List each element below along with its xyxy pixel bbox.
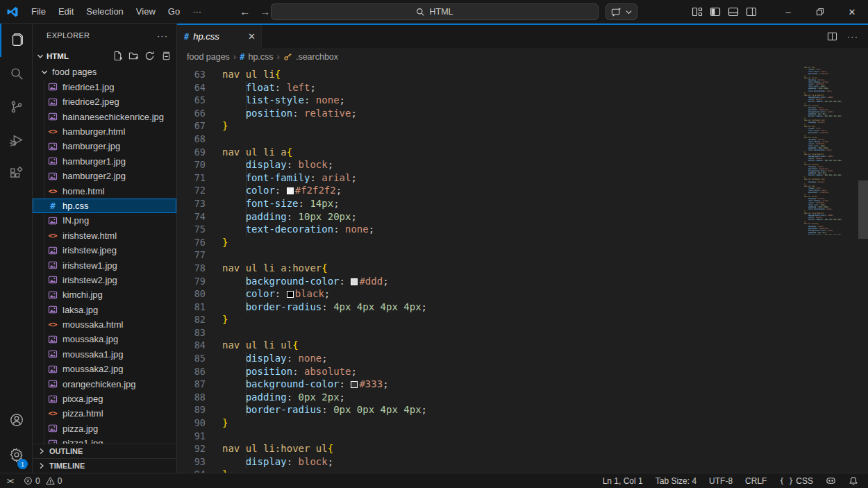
outline-section[interactable]: OUTLINE — [33, 444, 176, 458]
problems-indicator[interactable]: 0 0 — [24, 476, 62, 486]
nav-forward-button[interactable]: → — [260, 6, 270, 17]
code-line-94[interactable]: 94} — [177, 468, 868, 473]
code-line-70[interactable]: 70display: block; — [177, 158, 868, 171]
file-row-kimchi-jpg[interactable]: kimchi.jpg — [33, 287, 176, 302]
code-line-79[interactable]: 79background-color: #ddd; — [177, 275, 868, 288]
code-line-69[interactable]: 69nav ul li a{ — [177, 146, 868, 159]
code-line-80[interactable]: 80color: black; — [177, 287, 868, 301]
file-row-hainanesechickenrice-jpg[interactable]: hainanesechickenrice.jpg — [33, 109, 176, 124]
editor-scrollbar[interactable] — [858, 65, 868, 473]
menu-view[interactable]: View — [130, 3, 162, 20]
file-row-pizza1-jpg[interactable]: pizza1.jpg — [33, 436, 176, 444]
code-line-76[interactable]: 76} — [177, 236, 868, 249]
explorer-section-html[interactable]: HTML — [33, 48, 176, 65]
code-editor[interactable]: 63nav ul li{64float: left;65list-style: … — [177, 65, 868, 473]
code-line-92[interactable]: 92nav ul li:hover ul{ — [177, 442, 868, 455]
code-line-89[interactable]: 89border-radius: 0px 0px 4px 4px; — [177, 403, 868, 417]
file-row-hamburger-jpg[interactable]: hamburger.jpg — [33, 139, 176, 153]
timeline-section[interactable]: TIMELINE — [33, 458, 176, 473]
tab-size-indicator[interactable]: Tab Size: 4 — [656, 476, 696, 486]
tab-hp-css[interactable]: # hp.css ✕ — [177, 25, 262, 48]
eol-indicator[interactable]: CRLF — [745, 476, 767, 486]
tab-close-icon[interactable]: ✕ — [248, 31, 256, 42]
code-line-75[interactable]: 75text-decoration: none; — [177, 223, 868, 236]
code-line-87[interactable]: 87background-color: #333; — [177, 378, 868, 391]
minimap[interactable]: nav ul li{ float: left; list-style: none… — [804, 67, 858, 235]
toggle-panel-icon[interactable] — [728, 6, 739, 17]
restore-button[interactable] — [804, 0, 836, 24]
code-line-86[interactable]: 86position: absolute; — [177, 365, 868, 378]
breadcrumb-file[interactable]: hp.css — [248, 52, 273, 62]
editor-more-actions[interactable]: ··· — [847, 31, 858, 42]
explorer-activity-icon[interactable] — [0, 24, 32, 57]
code-line-77[interactable]: 77 — [177, 249, 868, 262]
code-line-67[interactable]: 67} — [177, 119, 868, 133]
file-row-hamburger1-jpg[interactable]: hamburger1.jpg — [33, 154, 176, 169]
copilot-button[interactable] — [606, 3, 637, 20]
code-line-90[interactable]: 90} — [177, 417, 868, 430]
folder-food-pages[interactable]: food pages — [33, 65, 176, 80]
menu-edit[interactable]: Edit — [52, 3, 80, 20]
color-swatch[interactable] — [287, 187, 294, 194]
file-row-irishstew-html[interactable]: <>irishstew.html — [33, 228, 176, 243]
menu-go[interactable]: Go — [162, 3, 186, 20]
code-line-78[interactable]: 78nav ul li a:hover{ — [177, 262, 868, 275]
code-line-66[interactable]: 66position: relative; — [177, 107, 868, 120]
menu-[interactable]: ··· — [186, 3, 208, 20]
code-line-85[interactable]: 85display: none; — [177, 352, 868, 365]
file-row-hamburger-html[interactable]: <>hamburger.html — [33, 124, 176, 139]
code-line-65[interactable]: 65list-style: none; — [177, 94, 868, 107]
code-line-93[interactable]: 93display: block; — [177, 455, 868, 469]
settings-gear-icon[interactable]: 1 — [0, 437, 32, 473]
color-swatch[interactable] — [351, 278, 358, 285]
command-center-search[interactable]: HTML — [271, 3, 599, 20]
file-row-pizza-html[interactable]: <>pizza.html — [33, 406, 176, 421]
file-row-hamburger2-jpg[interactable]: hamburger2.jpg — [33, 169, 176, 183]
code-line-91[interactable]: 91 — [177, 430, 868, 443]
customize-layout-icon[interactable] — [692, 6, 703, 17]
file-row-irishstew-jpeg[interactable]: irishstew.jpeg — [33, 243, 176, 258]
encoding-indicator[interactable]: UTF-8 — [709, 476, 733, 486]
file-row-moussaka-jpg[interactable]: moussaka.jpg — [33, 332, 176, 346]
new-file-icon[interactable] — [112, 51, 123, 61]
account-icon[interactable] — [0, 403, 32, 437]
file-row-IN-png[interactable]: IN.png — [33, 213, 176, 228]
minimize-button[interactable]: – — [772, 0, 804, 24]
file-row-pixxa-jpeg[interactable]: pixxa.jpeg — [33, 392, 176, 406]
breadcrumb-symbol[interactable]: .searchbox — [296, 52, 338, 62]
source-control-activity-icon[interactable] — [0, 90, 32, 124]
file-row-moussaka1-jpg[interactable]: moussaka1.jpg — [33, 347, 176, 362]
breadcrumb-folder[interactable]: food pages — [187, 52, 230, 62]
new-folder-icon[interactable] — [128, 51, 139, 61]
file-row-moussaka2-jpg[interactable]: moussaka2.jpg — [33, 362, 176, 376]
notifications-bell-icon[interactable] — [849, 476, 858, 486]
toggle-secondary-sidebar-icon[interactable] — [746, 6, 757, 17]
nav-back-button[interactable]: ← — [240, 6, 250, 17]
collapse-all-icon[interactable] — [160, 51, 171, 61]
code-line-84[interactable]: 84nav ul li ul{ — [177, 339, 868, 352]
code-line-63[interactable]: 63nav ul li{ — [177, 68, 868, 81]
file-row-home-html[interactable]: <>home.html — [33, 183, 176, 198]
file-row-moussaka-html[interactable]: <>moussaka.html — [33, 317, 176, 332]
file-row-orangechicken-jpg[interactable]: orangechicken.jpg — [33, 376, 176, 391]
file-row-pizza-jpg[interactable]: pizza.jpg — [33, 421, 176, 436]
code-line-72[interactable]: 72color: #f2f2f2; — [177, 184, 868, 197]
code-line-83[interactable]: 83 — [177, 326, 868, 339]
color-swatch[interactable] — [351, 381, 358, 388]
run-debug-activity-icon[interactable] — [0, 124, 32, 157]
file-row-hp-css[interactable]: #hp.css — [33, 199, 176, 213]
refresh-icon[interactable] — [144, 51, 155, 61]
code-line-68[interactable]: 68 — [177, 133, 868, 146]
file-row-irishstew2-jpg[interactable]: irishstew2.jpg — [33, 273, 176, 287]
code-line-64[interactable]: 64float: left; — [177, 81, 868, 94]
cursor-position[interactable]: Ln 1, Col 1 — [603, 476, 643, 486]
file-row-irishstew1-jpg[interactable]: irishstew1.jpg — [33, 258, 176, 272]
close-window-button[interactable]: ✕ — [836, 0, 868, 24]
code-line-74[interactable]: 74padding: 10px 20px; — [177, 210, 868, 224]
code-line-81[interactable]: 81border-radius: 4px 4px 4px 4px; — [177, 301, 868, 314]
extensions-activity-icon[interactable] — [0, 157, 32, 190]
search-activity-icon[interactable] — [0, 57, 32, 90]
file-row-friedrice2-jpeg[interactable]: friedrice2.jpeg — [33, 94, 176, 109]
code-line-88[interactable]: 88padding: 0px 2px; — [177, 391, 868, 404]
code-line-71[interactable]: 71font-family: arial; — [177, 171, 868, 185]
